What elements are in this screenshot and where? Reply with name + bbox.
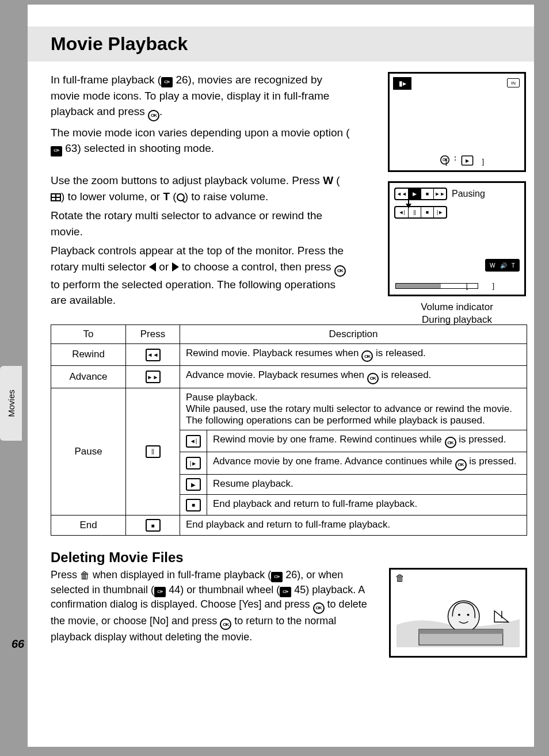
- frame-advance-icon: |►: [433, 207, 446, 217]
- ok-icon: [455, 459, 467, 471]
- stop-icon: ■: [421, 189, 433, 199]
- header-bar: Movie Playback: [28, 26, 534, 62]
- page-title: Movie Playback: [51, 33, 534, 55]
- table-row: Rewind ◄◄ Rewind movie. Playback resumes…: [51, 343, 527, 366]
- table-row: Advance ►► Advance movie. Playback resum…: [51, 366, 527, 388]
- t-icon: T: [512, 262, 515, 269]
- figure-stack: ▮▸ IN : ▶ [] ◄◄ ▶ ■ ►►: [388, 72, 526, 326]
- svg-rect-6: [419, 629, 503, 634]
- table-header-row: To Press Description: [51, 324, 527, 343]
- brackets: []: [445, 157, 518, 166]
- page-ref-icon: [271, 572, 283, 582]
- frame-rewind-icon: ◄|: [395, 207, 408, 217]
- col-to: To: [51, 324, 126, 343]
- svg-point-2: [458, 614, 460, 616]
- table-row: Pause || Pause playback. While paused, u…: [51, 388, 527, 430]
- figure-pause-screen: ◄◄ ▶ ■ ►► Pausing ◄| || ■ |►: [388, 181, 526, 296]
- pause-controls-strip: ◄| || ■ |►: [394, 206, 447, 219]
- w-icon: W: [490, 262, 495, 269]
- brackets: []: [466, 281, 518, 290]
- delete-description: Press 🗑 when displayed in full-frame pla…: [51, 568, 379, 658]
- col-press: Press: [126, 324, 180, 343]
- ok-icon: [334, 265, 346, 277]
- page-ref-icon: [154, 587, 166, 597]
- pausing-label: Pausing: [452, 189, 485, 199]
- ok-icon: [361, 350, 373, 362]
- ok-icon: [445, 437, 456, 448]
- figure-delete-dialog: 🗑: [389, 568, 527, 658]
- figure-caption: Volume indicator During playback: [388, 301, 526, 326]
- play-icon: ▶: [408, 189, 421, 199]
- stop-icon: ■: [186, 499, 201, 511]
- left-arrow-icon: [149, 262, 156, 272]
- pause-button-icon: ||: [146, 445, 161, 458]
- pause-icon: ||: [408, 207, 421, 217]
- manual-page: Movies Movie Playback ▮▸ IN : ▶ []: [28, 5, 534, 747]
- right-arrow-icon: [172, 262, 179, 272]
- sample-image-illustration: [396, 586, 520, 647]
- thumbnail-grid-icon: [51, 193, 61, 201]
- in-memory-icon: IN: [507, 78, 520, 87]
- rewind-button-icon: ◄◄: [146, 349, 161, 361]
- para-1: In full-frame playback ( 26), movies are…: [51, 72, 350, 121]
- ok-icon: [313, 602, 325, 614]
- operations-table: To Press Description Rewind ◄◄ Rewind mo…: [51, 324, 527, 536]
- figure-playback-screen: ▮▸ IN : ▶ []: [388, 72, 526, 172]
- para-5: Playback controls appear at the top of t…: [51, 243, 350, 308]
- ok-icon: [220, 618, 231, 630]
- ok-icon: [367, 373, 379, 384]
- section-tab-label: Movies: [6, 390, 16, 417]
- page-ref-icon: [161, 77, 173, 87]
- table-row: End ■ End playback and return to full-fr…: [51, 515, 527, 536]
- movie-mode-icon: ▮▸: [393, 77, 411, 90]
- para-4: Rotate the rotary multi selector to adva…: [51, 208, 350, 239]
- ok-icon: [148, 110, 159, 121]
- col-description: Description: [180, 324, 527, 343]
- section-tab: Movies: [0, 366, 22, 441]
- stop-icon: ■: [146, 519, 161, 532]
- page-number: 66: [12, 637, 24, 651]
- resume-icon: ▶: [186, 478, 201, 491]
- para-2: The movie mode icon varies depending upo…: [51, 125, 350, 156]
- advance-button-icon: ►►: [146, 371, 161, 383]
- para-3: Use the zoom buttons to adjust playback …: [51, 173, 350, 204]
- playback-controls-strip: ◄◄ ▶ ■ ►►: [394, 188, 447, 200]
- speaker-icon: 🔊: [500, 262, 507, 269]
- stop-icon: ■: [421, 207, 433, 217]
- page-ref-icon: [280, 587, 291, 597]
- trash-icon: 🗑: [80, 569, 90, 583]
- forward-icon: ►►: [433, 189, 446, 199]
- page-ref-icon: [51, 146, 62, 156]
- volume-indicator: W 🔊 T: [485, 259, 520, 272]
- zoom-icon: [177, 193, 185, 201]
- section-title: Deleting Movie Files: [51, 549, 527, 566]
- frame-rewind-icon: ◄|: [186, 435, 201, 448]
- frame-advance-icon: |►: [186, 457, 201, 469]
- trash-icon: 🗑: [395, 573, 405, 583]
- rewind-icon: ◄◄: [395, 189, 408, 199]
- svg-point-3: [467, 614, 470, 616]
